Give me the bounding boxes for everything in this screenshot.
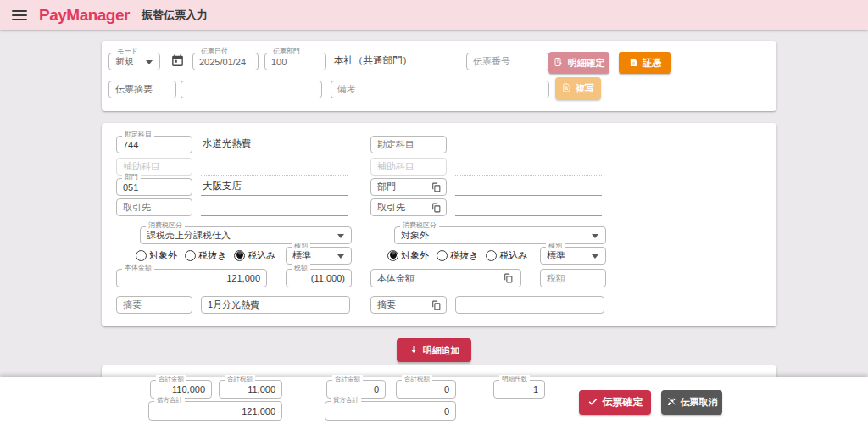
credit-partner-name xyxy=(455,196,602,216)
credit-total-amount-value: 0 xyxy=(327,381,385,398)
debit-total-tax-field: 合計税額 11,000 xyxy=(219,380,282,399)
confirm-details-icon xyxy=(554,57,564,69)
debit-radio-taigaishо̄[interactable]: 対象外 xyxy=(136,249,177,262)
totals-footer: 合計金額 110,000 合計税額 11,000 借方合計 121,000 合計… xyxy=(0,377,868,424)
credit-subaccount-field[interactable]: 補助科目 xyxy=(370,158,447,176)
credit-radio-label-1: 税抜き xyxy=(450,249,478,262)
add-detail-button[interactable]: 明細追加 xyxy=(397,338,471,362)
debit-tax-class-label: 消費税区分 xyxy=(146,221,185,230)
detail-count-field: 明細件数 1 xyxy=(493,380,545,399)
slip-dept-name: 本社（共通部門） xyxy=(332,52,452,70)
debit-summary-field[interactable]: 摘要 xyxy=(116,296,192,314)
detail-count-value: 1 xyxy=(494,381,544,398)
debit-account-field[interactable]: 勘定科目 744 xyxy=(116,136,192,153)
credit-summary-input[interactable] xyxy=(455,296,604,314)
credit-total-amount-label: 合計金額 xyxy=(332,375,363,383)
credit-total-tax-field: 合計税額 0 xyxy=(396,380,456,399)
credit-radio-taigaisho[interactable]: 対象外 xyxy=(387,249,429,262)
radio-icon xyxy=(486,250,497,261)
credit-subaccount-name xyxy=(455,155,602,176)
confirm-details-button[interactable]: 明細確定 xyxy=(548,52,609,74)
credit-radio-label-2: 税込み xyxy=(499,249,527,262)
debit-radio-label-0: 対象外 xyxy=(149,249,177,262)
slip-summary-field[interactable]: 伝票摘要 xyxy=(108,81,176,98)
credit-type-label: 種別 xyxy=(546,242,565,250)
radio-selected-icon xyxy=(387,250,398,261)
credit-grand-total-label: 貸方合計 xyxy=(331,396,361,404)
slip-dept-field[interactable]: 伝票部門 100 xyxy=(264,53,326,70)
debit-summary-value: 1月分光熱費 xyxy=(202,297,349,313)
debit-tax-field[interactable]: 税額 (11,000) xyxy=(286,269,352,287)
credit-type-select[interactable]: 種別 標準 xyxy=(540,247,606,265)
calendar-icon[interactable] xyxy=(170,53,185,68)
credit-amount-field[interactable]: 本体金額 xyxy=(370,269,521,287)
menu-icon[interactable] xyxy=(12,10,27,20)
credit-tax-radio-group: 対象外 税抜き 税込み xyxy=(387,249,528,262)
debit-amount-field[interactable]: 本体金額 121,000 xyxy=(116,269,267,287)
credit-dept-field[interactable]: 部門 xyxy=(370,178,447,196)
debit-amount-label: 本体金額 xyxy=(122,264,154,272)
detail-entry-card: 勘定科目 744 水道光熱費 補助科目 部門 051 大阪支店 取引先 消費税区… xyxy=(102,123,776,326)
credit-tax-class-select[interactable]: 消費税区分 対象外 xyxy=(394,226,606,244)
copy-icon[interactable] xyxy=(503,273,514,284)
credit-summary-field[interactable]: 摘要 xyxy=(370,296,447,314)
slip-header-card: モード 新規 伝票日付 2025/01/24 伝票部門 100 本社（共通部門）… xyxy=(102,41,776,111)
debit-radio-zeinuki[interactable]: 税抜き xyxy=(185,249,226,262)
credit-total-tax-value: 0 xyxy=(397,381,455,398)
credit-subaccount-placeholder: 補助科目 xyxy=(371,159,446,175)
remarks-field[interactable]: 備考 xyxy=(331,81,549,98)
credit-total-tax-label: 合計税額 xyxy=(402,375,432,383)
add-detail-label: 明細追加 xyxy=(423,344,460,357)
debit-account-label: 勘定科目 xyxy=(122,131,154,139)
copy-icon[interactable] xyxy=(431,299,442,310)
add-row-icon xyxy=(409,344,419,356)
debit-subaccount-name xyxy=(201,155,348,176)
cancel-slip-icon xyxy=(666,397,676,409)
credit-radio-zeinuki[interactable]: 税抜き xyxy=(437,249,478,262)
cancel-slip-button[interactable]: 伝票取消 xyxy=(661,390,722,415)
credit-account-placeholder: 勘定科目 xyxy=(371,137,446,153)
credit-radio-zeikomi[interactable]: 税込み xyxy=(486,249,527,262)
debit-partner-field[interactable]: 取引先 xyxy=(116,198,192,216)
slip-summary-input[interactable] xyxy=(181,81,322,98)
radio-icon xyxy=(437,250,448,261)
debit-total-amount-value: 110,000 xyxy=(151,381,211,398)
debit-radio-label-2: 税込み xyxy=(248,249,275,262)
debit-type-select[interactable]: 種別 標準 xyxy=(286,247,352,265)
credit-tax-field[interactable]: 税額 xyxy=(540,269,606,287)
credit-amount-placeholder: 本体金額 xyxy=(371,270,520,287)
debit-dept-field[interactable]: 部門 051 xyxy=(116,178,192,196)
debit-radio-zeikomi[interactable]: 税込み xyxy=(234,249,275,262)
radio-selected-icon xyxy=(234,250,245,261)
slip-number-field[interactable]: 伝票番号 xyxy=(466,53,549,70)
slip-date-field[interactable]: 伝票日付 2025/01/24 xyxy=(192,53,259,70)
debit-account-name: 水道光熱費 xyxy=(201,133,348,153)
detail-count-label: 明細件数 xyxy=(499,375,530,383)
credit-radio-label-0: 対象外 xyxy=(401,249,429,262)
debit-partner-name xyxy=(201,196,348,216)
app-logo: PayManager xyxy=(39,6,130,25)
debit-tax-label: 税額 xyxy=(292,264,310,272)
voucher-button[interactable]: 証憑 xyxy=(619,52,671,74)
credit-partner-field[interactable]: 取引先 xyxy=(370,198,447,216)
slip-dept-label: 伝票部門 xyxy=(270,47,303,56)
confirm-slip-icon xyxy=(587,396,598,410)
debit-summary-input[interactable]: 1月分光熱費 xyxy=(201,296,350,314)
copy-slip-label: 複写 xyxy=(576,82,594,95)
copy-icon[interactable] xyxy=(431,181,442,192)
credit-tax-class-label: 消費税区分 xyxy=(400,221,439,230)
credit-account-name xyxy=(455,133,602,153)
credit-grand-total-value: 0 xyxy=(326,402,455,420)
mode-select[interactable]: モード 新規 xyxy=(108,53,160,70)
debit-radio-label-1: 税抜き xyxy=(198,249,226,262)
slip-number-placeholder: 伝票番号 xyxy=(467,53,548,70)
credit-grand-total-field: 貸方合計 0 xyxy=(325,401,456,421)
debit-tax-class-select[interactable]: 消費税区分 課税売上分課税仕入 xyxy=(140,226,352,244)
debit-dept-label: 部門 xyxy=(122,173,141,181)
debit-grand-total-field: 借方合計 121,000 xyxy=(148,401,282,421)
remarks-placeholder: 備考 xyxy=(331,81,548,98)
copy-icon[interactable] xyxy=(431,202,442,213)
credit-account-field[interactable]: 勘定科目 xyxy=(370,136,447,153)
confirm-slip-button[interactable]: 伝票確定 xyxy=(579,390,651,415)
copy-slip-button[interactable]: 複写 xyxy=(555,77,601,99)
